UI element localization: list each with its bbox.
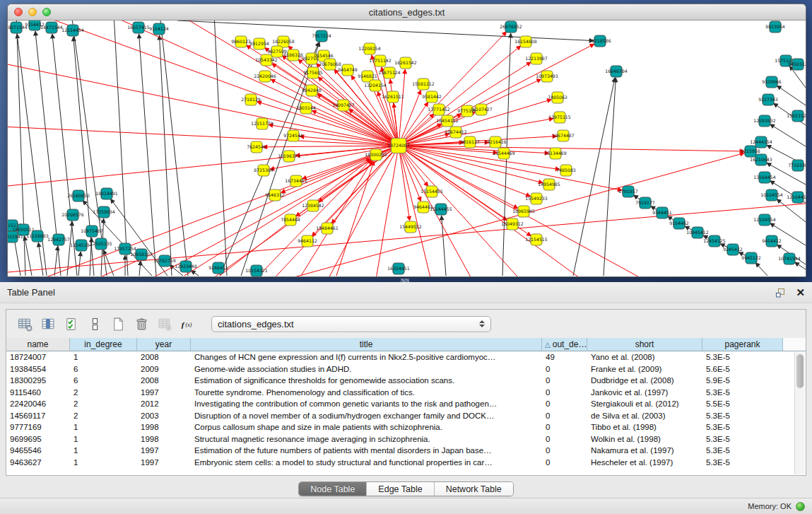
cell-title: Corpus callosum shape and size in male p… — [191, 421, 542, 433]
new-column-icon[interactable] — [85, 315, 105, 333]
tab-node-table[interactable]: Node Table — [299, 482, 367, 496]
graph-node-label: 12154515 — [525, 237, 548, 242]
column-header-pagerank[interactable]: pagerank — [702, 338, 783, 351]
graph-node-label: 15449512 — [399, 224, 422, 229]
table-row[interactable]: 946362711997Embryonic stem cells: a mode… — [6, 457, 806, 469]
cell-out_degree: 0 — [542, 421, 587, 433]
new-document-icon[interactable] — [108, 315, 128, 333]
column-header-name[interactable]: name — [6, 338, 70, 351]
cell-short: Franke et al. (2009) — [587, 363, 702, 375]
graph-edge[interactable] — [8, 127, 393, 146]
close-panel-icon[interactable]: ✕ — [796, 288, 805, 298]
graph-node-label: 9146821 — [358, 74, 377, 78]
zoom-window-button[interactable] — [42, 8, 51, 16]
graph-edge[interactable] — [404, 62, 531, 143]
graph-node-label: 18724007 — [387, 143, 410, 148]
graph-node-label: 10975487 — [81, 228, 103, 233]
graph-edge[interactable] — [54, 246, 58, 276]
close-window-button[interactable] — [14, 8, 23, 16]
graph-edge[interactable] — [375, 151, 398, 276]
cell-in_degree: 1 — [70, 457, 137, 469]
table-row[interactable]: 977716911998Corpus callosum shape and si… — [6, 421, 806, 433]
cell-year: 1997 — [137, 457, 191, 469]
graph-edge[interactable] — [604, 78, 616, 276]
table-row[interactable]: 1830029562008Estimation of significance … — [6, 375, 806, 387]
table-row[interactable]: 1938455462009Genome-wide association stu… — [6, 363, 806, 375]
cell-short: Hescheler et al. (1997) — [587, 457, 702, 469]
graph-edge[interactable] — [8, 203, 806, 272]
graph-edge[interactable] — [160, 35, 172, 276]
table-row[interactable]: 946554611997Estimation of the future num… — [6, 445, 806, 457]
table-row[interactable]: 1456911722003Disruption of a novel membe… — [6, 410, 806, 422]
table-selector[interactable]: citations_edges.txt — [211, 316, 491, 332]
graph-edge[interactable] — [78, 252, 81, 276]
window-titlebar[interactable]: citations_edges.txt — [8, 4, 806, 21]
graph-edge[interactable] — [36, 21, 394, 144]
graph-node-label: 18300295 — [365, 152, 387, 157]
select-rows-icon[interactable] — [61, 315, 81, 333]
table-row[interactable]: 1872400712008Changes of HCN gene express… — [6, 351, 806, 363]
graph-node-label: 16782759 — [153, 258, 176, 263]
graph-node-label: 9154546 — [314, 53, 334, 58]
graph-node-label: 10945412 — [686, 230, 709, 235]
graph-edge[interactable] — [160, 21, 188, 276]
float-panel-icon[interactable] — [775, 287, 786, 298]
cell-pagerank: 5.3E-5 — [702, 387, 783, 399]
table-row[interactable]: 969969511998Structural magnetic resonanc… — [6, 433, 806, 445]
graph-node-label: 16261542 — [394, 60, 417, 65]
column-header-short[interactable]: short — [587, 338, 702, 351]
graph-node-label: 15049312 — [501, 221, 524, 226]
function-builder-icon[interactable]: f(x) — [178, 315, 198, 333]
graph-edge[interactable] — [71, 21, 107, 276]
table-scrollbar[interactable] — [794, 352, 805, 474]
cell-title: Genome-wide association studies in ADHD. — [191, 363, 542, 375]
graph-node-label: 18914491 — [95, 191, 118, 196]
graph-edge[interactable] — [86, 148, 394, 276]
cell-title: Changes of HCN gene expression and I(f) … — [191, 351, 542, 363]
network-canvas[interactable]: 1872400798601238912954182260589827509105… — [8, 21, 806, 276]
graph-edge[interactable] — [770, 124, 806, 146]
cell-in_degree: 1 — [70, 351, 137, 363]
graph-edge[interactable] — [317, 94, 394, 143]
graph-edge[interactable] — [38, 243, 43, 276]
cell-name: 18724007 — [6, 351, 70, 363]
cell-pagerank: 5.5E-5 — [702, 398, 783, 410]
minimize-window-button[interactable] — [28, 8, 37, 16]
graph-edge[interactable] — [263, 146, 393, 147]
scrollbar-thumb[interactable] — [796, 354, 804, 388]
show-columns-icon[interactable] — [38, 315, 58, 333]
graph-edge[interactable] — [777, 86, 806, 105]
graph-edge[interactable] — [399, 69, 406, 140]
graph-edge[interactable] — [214, 21, 227, 276]
tab-network-table[interactable]: Network Table — [435, 482, 513, 496]
graph-edge[interactable] — [114, 21, 128, 276]
network-desktop: citations_edges.txt 18724007986012389129… — [0, 0, 812, 282]
cell-name: 9115460 — [6, 387, 70, 399]
window-title: citations_edges.txt — [8, 7, 806, 18]
column-header-out_degree[interactable]: △out_de… — [542, 338, 587, 351]
graph-node-label: 16354451 — [387, 266, 410, 271]
cell-short: Stergiakouli et al. (2012) — [587, 398, 702, 410]
graph-edge[interactable] — [403, 114, 434, 142]
graph-node-label: 12444154 — [750, 139, 772, 144]
graph-edge[interactable] — [573, 78, 615, 276]
column-header-title[interactable]: title — [191, 338, 542, 351]
tab-edge-table[interactable]: Edge Table — [367, 482, 434, 496]
graph-node-label: 10965945 — [512, 209, 535, 214]
cell-in_degree: 1 — [70, 421, 137, 433]
delete-rows-icon[interactable] — [131, 315, 151, 333]
cell-year: 2008 — [137, 351, 191, 363]
column-header-year[interactable]: year — [137, 338, 191, 351]
graph-edge[interactable] — [755, 263, 767, 276]
table-row[interactable]: 911546021997Tourette syndrome. Phenomeno… — [6, 387, 806, 399]
table-mode-icon[interactable] — [15, 315, 35, 333]
cell-year: 1997 — [137, 387, 191, 399]
column-header-in_degree[interactable]: in_degree — [70, 338, 137, 351]
table-row[interactable]: 2242004622012Investigating the contribut… — [6, 398, 806, 410]
cell-year: 2008 — [137, 375, 191, 387]
graph-node-label: 22420046 — [254, 74, 276, 78]
graph-edge[interactable] — [326, 151, 396, 276]
cell-pagerank: 5.9E-5 — [702, 375, 783, 387]
network-window: citations_edges.txt 18724007986012389129… — [7, 4, 806, 277]
graph-node-label: 7854464 — [281, 217, 300, 222]
